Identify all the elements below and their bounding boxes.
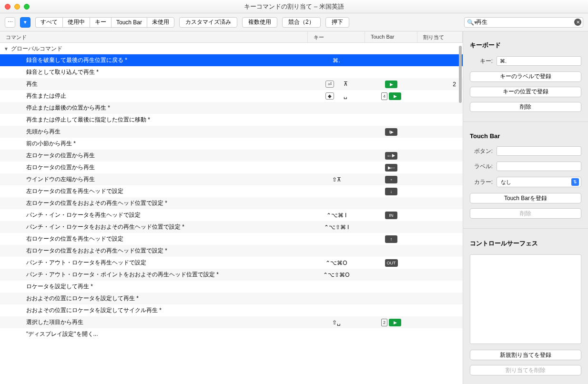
command-name: 先頭から再生 — [0, 128, 308, 136]
filter-conflicts[interactable]: 競合（2） — [282, 17, 321, 28]
command-key: ⏎⊼ — [308, 81, 365, 88]
command-name: 前の小節から再生 * — [0, 140, 308, 148]
touchbar-badge: ▶ — [385, 81, 397, 88]
table-row[interactable]: 再生または停止◆␣4▶ — [0, 90, 463, 102]
table-row[interactable]: 左ロケータの位置を再生ヘッドで設定↓ — [0, 185, 463, 197]
table-row[interactable]: 右ロケータの位置をおおよその再生ヘッド位置で設定 * — [0, 245, 463, 257]
tb-color-label: カラー: — [470, 178, 493, 186]
table-row[interactable]: 選択した項目から再生⇧␣2▶ — [0, 316, 463, 328]
command-key: ⌃⌥⌘ I — [308, 212, 365, 219]
table-header: コマンド キー Touch Bar 割り当て — [0, 31, 463, 43]
column-header-touchbar[interactable]: Touch Bar — [365, 31, 417, 42]
command-key: ⌘. — [308, 57, 365, 64]
table-row[interactable]: おおよその位置にロケータを設定してサイクル再生 * — [0, 304, 463, 316]
command-key: ⌃⌥⇧⌘ I — [308, 224, 365, 231]
table-row[interactable]: パンチ・イン・ロケータを再生ヘッドで設定⌃⌥⌘ IIN — [0, 209, 463, 221]
minimize-window-button[interactable] — [14, 4, 20, 10]
table-row[interactable]: 再生または停止して最後に指定した位置に移動 * — [0, 114, 463, 126]
delete-key-button[interactable]: 削除 — [470, 102, 581, 112]
column-header-key[interactable]: キー — [308, 31, 365, 42]
command-touchbar: ▶⟝ — [365, 164, 417, 172]
touchbar-prefix-badge: 4 — [381, 92, 387, 100]
table-row[interactable]: 前の小節から再生 * — [0, 138, 463, 150]
table-row[interactable]: パンチ・イン・ロケータをおおよその再生ヘッド位置で設定 *⌃⌥⇧⌘ I — [0, 221, 463, 233]
scrollbar-thumb[interactable] — [459, 46, 462, 103]
command-name: "ディスプレイ設定"を開く... — [0, 330, 308, 338]
tb-label-input[interactable] — [497, 162, 581, 171]
table-row[interactable]: 録音として取り込んで再生 * — [0, 66, 463, 78]
table-row[interactable]: 録音を破棄して最後の再生位置に戻る *⌘. — [0, 54, 463, 66]
touchbar-badge: ▶⟝ — [385, 164, 397, 172]
table-row[interactable]: "ディスプレイ設定"を開く... — [0, 328, 463, 340]
key-glyph-icon: ⏎ — [325, 81, 334, 88]
command-name: 再生または停止して最後に指定した位置に移動 * — [0, 116, 308, 124]
tb-color-select[interactable]: なし ⇅ — [497, 177, 581, 187]
command-key: ⌃⌥⌘O — [308, 260, 365, 266]
command-name: 左ロケータの位置を再生ヘッドで設定 — [0, 187, 308, 195]
tb-button-input[interactable] — [497, 146, 581, 156]
command-touchbar: IN — [365, 212, 417, 219]
filter-key[interactable]: キー — [90, 17, 111, 28]
cs-list[interactable] — [470, 254, 581, 344]
touchbar-badge: ↑ — [385, 235, 397, 243]
search-field-wrap: 🔍▾ ✕ — [464, 17, 583, 28]
column-header-assign[interactable]: 割り当て — [417, 31, 463, 42]
key-field-label: キー: — [470, 57, 493, 65]
command-touchbar: OUT — [365, 259, 417, 267]
search-icon: 🔍▾ — [467, 19, 477, 26]
delete-touchbar-button[interactable]: 削除 — [470, 208, 581, 219]
filter-unused[interactable]: 未使用 — [147, 17, 174, 28]
filter-segmented-control: すべて 使用中 キー Touch Bar 未使用 — [35, 17, 174, 28]
zoom-window-button[interactable] — [24, 4, 30, 10]
table-row[interactable]: 右ロケータの位置から再生▶⟝ — [0, 162, 463, 173]
key-glyph-icon: ◆ — [325, 92, 334, 100]
command-name: ロケータを設定して再生 * — [0, 283, 308, 291]
table-row[interactable]: パンチ・アウト・ロケータ・ポイントをおおよその再生ヘッド位置で設定 *⌃⌥⇧⌘O — [0, 269, 463, 281]
table-row[interactable]: ウインドウの左端から再生⇧⊼▫ — [0, 173, 463, 185]
filter-customized[interactable]: カスタマイズ済み — [179, 17, 237, 28]
table-row[interactable]: おおよその位置にロケータを設定して再生 * — [0, 293, 463, 304]
table-body[interactable]: ▼ グローバルコマンド 録音を破棄して最後の再生位置に戻る *⌘.録音として取り… — [0, 43, 463, 384]
touchbar-badge: ▶ — [389, 92, 401, 100]
command-key: ◆␣ — [308, 92, 365, 100]
disclosure-triangle-icon[interactable]: ▼ — [4, 46, 10, 51]
table-row[interactable]: 再生⏎⊼▶2 — [0, 78, 463, 90]
command-touchbar: ▫ — [365, 176, 417, 183]
table-row[interactable]: 右ロケータの位置を再生ヘッドで設定↑ — [0, 233, 463, 245]
touchbar-badge: OUT — [385, 259, 398, 267]
key-field-input[interactable] — [497, 56, 581, 66]
toolbar: ⋯ ▾ すべて 使用中 キー Touch Bar 未使用 カスタマイズ済み 複数… — [0, 13, 588, 31]
column-header-command[interactable]: コマンド — [0, 31, 308, 42]
filter-touchbar[interactable]: Touch Bar — [111, 17, 147, 28]
learn-touchbar-button[interactable]: Touch Barを登録 — [470, 193, 581, 203]
group-name: グローバルコマンド — [11, 45, 62, 52]
table-row[interactable]: 先頭から再生I▶ — [0, 126, 463, 138]
search-clear-button[interactable]: ✕ — [574, 19, 581, 26]
table-row[interactable]: 左ロケータの位置から再生⟜▶ — [0, 150, 463, 162]
filter-pressed[interactable]: 押下 — [325, 17, 349, 28]
learn-cs-button[interactable]: 新規割り当てを登録 — [470, 350, 581, 360]
table-row[interactable]: パンチ・アウト・ロケータを再生ヘッドで設定⌃⌥⌘OOUT — [0, 257, 463, 269]
table-row[interactable]: 停止または最後の位置から再生 * — [0, 102, 463, 114]
filter-multiple[interactable]: 複数使用 — [242, 17, 277, 28]
command-name: 選択した項目から再生 — [0, 318, 308, 326]
command-key: ⇧␣ — [308, 319, 365, 326]
table-row[interactable]: 左ロケータの位置をおおよその再生ヘッド位置で設定 * — [0, 197, 463, 209]
close-window-button[interactable] — [5, 4, 10, 10]
delete-cs-button[interactable]: 割り当てを削除 — [470, 365, 581, 375]
select-caret-icon: ⇅ — [571, 178, 579, 186]
inspector-panel: キーボード キー: キーのラベルで登録 キーの位置で登録 削除 Touch Ba… — [463, 31, 588, 384]
filter-all[interactable]: すべて — [35, 17, 62, 28]
table-row[interactable]: ロケータを設定して再生 * — [0, 281, 463, 293]
command-name: パンチ・イン・ロケータをおおよその再生ヘッド位置で設定 * — [0, 223, 308, 231]
search-input[interactable] — [464, 17, 583, 28]
options-menu-button[interactable]: ⋯ — [5, 17, 15, 28]
command-name: 録音として取り込んで再生 * — [0, 68, 308, 76]
touchbar-prefix-badge: 2 — [381, 319, 387, 326]
filter-used[interactable]: 使用中 — [62, 17, 90, 28]
learn-by-label-button[interactable]: キーのラベルで登録 — [470, 71, 581, 82]
command-name: 再生 — [0, 80, 308, 88]
view-mode-button[interactable]: ▾ — [20, 17, 30, 28]
group-row[interactable]: ▼ グローバルコマンド — [0, 43, 463, 54]
learn-by-position-button[interactable]: キーの位置で登録 — [470, 87, 581, 97]
